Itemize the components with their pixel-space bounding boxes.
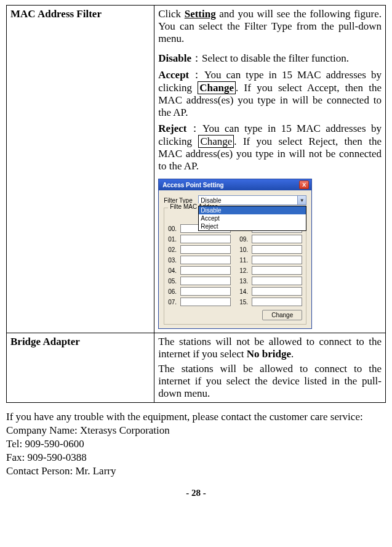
mac-grid: 00. 08. 01. 09. 02. 10. 03. 11. 04. 12. xyxy=(168,224,302,306)
bridge-p2: The stations will be allowed to connect … xyxy=(158,363,382,400)
mac-num-06: 06. xyxy=(168,288,180,295)
accept-line: Accept：You can type in 15 MAC addresses … xyxy=(158,68,382,119)
option-disable[interactable]: Disable xyxy=(199,206,306,214)
dialog-screenshot: Access Point Setting X Filter Type Disab… xyxy=(158,179,382,329)
mac-filter-heading-cell: MAC Address Filter xyxy=(7,6,154,333)
bridge-heading: Bridge Adapter xyxy=(10,336,80,347)
mac-num-10: 10. xyxy=(239,246,252,253)
change-btn-text-1: Change xyxy=(198,81,236,94)
mac-filter-desc-cell: Click Setting and you will see the follo… xyxy=(154,6,386,333)
footer-line-2: Company Name: Xterasys Corporation xyxy=(6,424,386,437)
dialog-body: Filter Type Disable ▼ Disable Accept Rej… xyxy=(159,190,311,328)
mac-input-05[interactable] xyxy=(180,277,231,285)
bridge-desc-cell: The stations will not be allowed to conn… xyxy=(154,333,386,403)
mac-num-07: 07. xyxy=(168,299,180,306)
mac-input-13[interactable] xyxy=(252,277,302,285)
mac-input-10[interactable] xyxy=(252,245,302,254)
chevron-down-icon[interactable]: ▼ xyxy=(297,196,306,205)
mac-para-1: Click Setting and you will see the follo… xyxy=(158,8,382,45)
mac-num-04: 04. xyxy=(168,267,180,274)
mac-num-13: 13. xyxy=(239,278,252,285)
mac-num-05: 05. xyxy=(168,278,180,285)
mac-num-09: 09. xyxy=(239,236,252,243)
mac-input-07[interactable] xyxy=(180,298,231,306)
bridge-p1: The stations will not be allowed to conn… xyxy=(158,336,382,360)
reject-line: Reject：You can type in 15 MAC addresses … xyxy=(158,121,382,172)
change-btn-text-2: Change xyxy=(198,135,234,148)
filter-type-selected: Disable xyxy=(201,197,221,204)
footer-line-5: Contact Person: Mr. Larry xyxy=(6,464,386,478)
mac-input-06[interactable] xyxy=(180,287,231,296)
page-number: - 28 - xyxy=(6,488,386,498)
footer-line-4: Fax: 909-590-0388 xyxy=(6,451,386,464)
footer-contact: If you have any trouble with the equipme… xyxy=(6,410,386,478)
access-point-dialog: Access Point Setting X Filter Type Disab… xyxy=(158,179,312,329)
mac-input-14[interactable] xyxy=(252,287,302,296)
dialog-titlebar: Access Point Setting X xyxy=(159,179,311,190)
document-table: MAC Address Filter Click Setting and you… xyxy=(6,5,386,403)
mac-input-11[interactable] xyxy=(252,256,302,264)
mac-num-14: 14. xyxy=(239,288,252,295)
bridge-heading-cell: Bridge Adapter xyxy=(7,333,154,403)
mac-input-04[interactable] xyxy=(180,266,231,275)
mac-input-09[interactable] xyxy=(252,235,302,243)
close-icon[interactable]: X xyxy=(299,180,309,189)
option-reject[interactable]: Reject xyxy=(199,222,306,230)
mac-num-12: 12. xyxy=(239,267,252,274)
mac-num-01: 01. xyxy=(168,236,180,243)
mac-input-01[interactable] xyxy=(180,235,231,243)
dialog-title: Access Point Setting xyxy=(162,182,223,188)
mac-input-12[interactable] xyxy=(252,266,302,275)
mac-num-15: 15. xyxy=(239,299,252,306)
mac-num-00: 00. xyxy=(168,225,180,232)
filter-type-label: Filter Type xyxy=(164,197,198,204)
footer-line-3: Tel: 909-590-0600 xyxy=(6,437,386,451)
mac-num-02: 02. xyxy=(168,246,180,253)
footer-line-1: If you have any trouble with the equipme… xyxy=(6,410,386,424)
disable-line: Disable：Select to disable the filter fun… xyxy=(158,51,382,65)
mac-filter-heading: MAC Address Filter xyxy=(10,8,102,20)
change-button[interactable]: Change xyxy=(262,310,302,320)
filter-type-dropdown: Disable Accept Reject xyxy=(198,206,306,231)
mac-input-15[interactable] xyxy=(252,298,302,306)
mac-input-02[interactable] xyxy=(180,245,231,254)
option-accept[interactable]: Accept xyxy=(199,214,306,222)
mac-num-03: 03. xyxy=(168,257,180,264)
setting-link: Setting xyxy=(185,8,216,20)
mac-input-03[interactable] xyxy=(180,256,231,264)
mac-num-11: 11. xyxy=(239,257,252,264)
